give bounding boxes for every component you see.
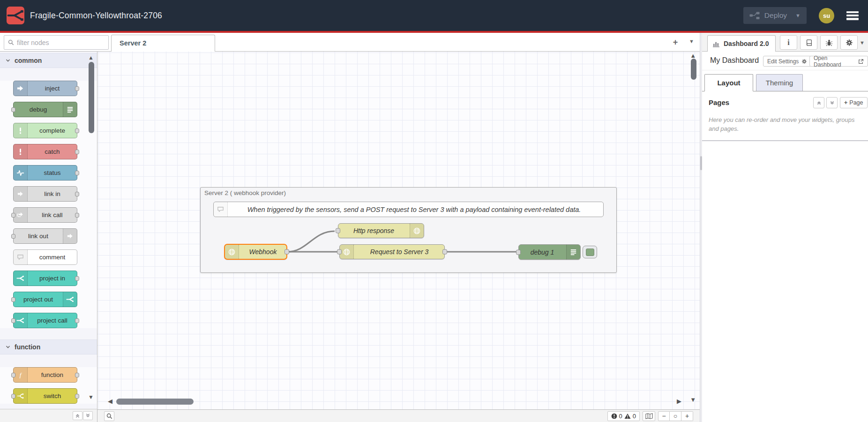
chevron-down-icon: [6, 58, 10, 63]
status-pulse-icon: [14, 166, 28, 180]
node-webhook-selected[interactable]: Webhook: [224, 244, 287, 260]
search-input[interactable]: [17, 39, 92, 46]
info-icon: i: [787, 38, 789, 47]
palette-node-inject[interactable]: inject: [13, 81, 77, 96]
edit-settings-button[interactable]: Edit Settings: [763, 56, 811, 67]
canvas-search-button[interactable]: [104, 411, 114, 421]
tab-layout[interactable]: Layout: [704, 74, 753, 91]
tab-theming[interactable]: Theming: [756, 74, 803, 91]
palette-footer: [0, 409, 97, 422]
node-request-to-server-3[interactable]: Request to Server 3: [339, 244, 445, 259]
output-port: [75, 394, 79, 399]
palette-node-label: link out: [14, 229, 63, 243]
help-tab-button[interactable]: [800, 35, 817, 50]
palette-node-link-in[interactable]: link in: [13, 186, 77, 202]
output-port: [75, 276, 79, 281]
warning-icon: [624, 413, 631, 419]
plus-icon: +: [844, 99, 847, 106]
notifications-status[interactable]: 0 0: [607, 411, 640, 421]
palette-node-debug[interactable]: debug: [13, 102, 77, 117]
tab-dashboard-2[interactable]: Dashboard 2.0: [707, 35, 776, 52]
add-page-label: Page: [849, 99, 863, 106]
palette-scroll-up-icon[interactable]: ▲: [88, 54, 94, 61]
deploy-icon: [749, 12, 760, 20]
input-port[interactable]: [516, 249, 521, 255]
collapse-categories-button[interactable]: [73, 411, 82, 420]
output-port: [75, 373, 79, 377]
output-port[interactable]: [284, 249, 289, 255]
move-page-down-button[interactable]: [826, 97, 838, 108]
node-debug-1[interactable]: debug 1: [518, 244, 581, 260]
palette-category-function[interactable]: function: [0, 339, 97, 354]
navigator-map-button[interactable]: [643, 411, 655, 421]
palette-node-project-call[interactable]: project call: [13, 313, 77, 328]
canvas-horizontal-scrollbar-thumb[interactable]: [116, 399, 194, 405]
flow-list-caret-icon[interactable]: ▼: [689, 38, 694, 44]
open-dashboard-label: Open Dashboard: [814, 55, 855, 68]
zoom-reset-button[interactable]: ○: [670, 411, 681, 421]
canvas-scroll-down-icon[interactable]: ▼: [690, 396, 696, 403]
palette-node-link-out[interactable]: link out: [13, 228, 77, 244]
canvas-scroll-left-icon[interactable]: ◀: [108, 398, 112, 405]
deploy-caret-icon[interactable]: ▼: [792, 13, 801, 18]
palette-node-label: project in: [28, 271, 77, 286]
palette-node-project-out[interactable]: project out: [13, 292, 77, 307]
palette-node-label: project out: [14, 292, 63, 307]
book-icon: [805, 39, 813, 46]
switch-fork-icon: [14, 389, 28, 403]
flow-canvas[interactable]: Server 2 ( webhook provider): [97, 52, 700, 422]
palette-node-switch[interactable]: switch: [13, 388, 77, 404]
input-port[interactable]: [336, 228, 340, 234]
zoom-in-button[interactable]: +: [681, 411, 693, 421]
palette-node-function[interactable]: ffunction: [13, 367, 77, 383]
canvas-scroll-up-icon[interactable]: ▲: [690, 52, 696, 59]
zoom-out-button[interactable]: −: [658, 411, 670, 421]
move-page-up-button[interactable]: [813, 97, 824, 108]
palette-category-common[interactable]: common: [0, 53, 97, 68]
sidebar-tab-label: Dashboard 2.0: [724, 40, 769, 47]
open-dashboard-button[interactable]: Open Dashboard: [809, 56, 868, 67]
info-tab-button[interactable]: i: [780, 35, 797, 50]
palette-node-status[interactable]: status: [13, 165, 77, 181]
palette-scroll-down-icon[interactable]: ▼: [88, 394, 94, 400]
expand-categories-button[interactable]: [83, 411, 93, 420]
workspace-toolbar: Server 2 + ▼: [0, 33, 700, 52]
dashboard-title: My Dashboard: [710, 56, 759, 65]
add-flow-button[interactable]: +: [671, 38, 680, 47]
output-port: [75, 318, 79, 323]
gear-icon: [801, 59, 807, 64]
input-port: [11, 234, 15, 239]
palette-search[interactable]: [4, 35, 109, 50]
canvas-scroll-right-icon[interactable]: ▶: [677, 398, 681, 405]
add-page-button[interactable]: + Page: [840, 97, 868, 108]
palette-node-catch[interactable]: catch: [13, 144, 77, 159]
debug-tab-button[interactable]: [820, 35, 838, 50]
dashboard-header-row: My Dashboard Edit Settings Open Dashboar…: [702, 52, 868, 70]
category-label: common: [15, 57, 42, 64]
input-port: [11, 107, 15, 112]
project-icon: [63, 292, 77, 307]
output-port[interactable]: [442, 249, 447, 255]
deploy-button[interactable]: Deploy ▼: [743, 7, 807, 24]
canvas-vertical-scrollbar-thumb[interactable]: [691, 59, 696, 80]
edit-settings-label: Edit Settings: [767, 58, 799, 65]
main-menu-button[interactable]: [846, 11, 859, 20]
comment-node[interactable]: When triggered by the sensors, send a PO…: [213, 202, 604, 217]
user-avatar[interactable]: su: [819, 8, 834, 23]
debug-enable-toggle[interactable]: [583, 246, 597, 258]
palette-scrollbar-thumb[interactable]: [89, 62, 94, 133]
external-link-icon: [858, 59, 864, 64]
palette-node-link-call[interactable]: link call: [13, 207, 77, 223]
workspace-tab-server-2[interactable]: Server 2: [111, 35, 215, 52]
node-http-response[interactable]: Http response: [338, 223, 424, 238]
palette-node-complete[interactable]: complete: [13, 123, 77, 138]
sidebar-tabs-caret-icon[interactable]: ▼: [860, 40, 865, 45]
palette-node-label: link call: [28, 208, 77, 222]
palette-node-project-in[interactable]: project in: [13, 271, 77, 286]
comment-bubble-icon: [214, 202, 228, 217]
inject-arrow-icon: [14, 81, 28, 96]
input-port[interactable]: [337, 249, 342, 255]
config-tab-button[interactable]: [840, 35, 858, 50]
right-sidebar: Dashboard 2.0 i: [702, 33, 868, 422]
palette-node-comment[interactable]: comment: [13, 249, 77, 265]
